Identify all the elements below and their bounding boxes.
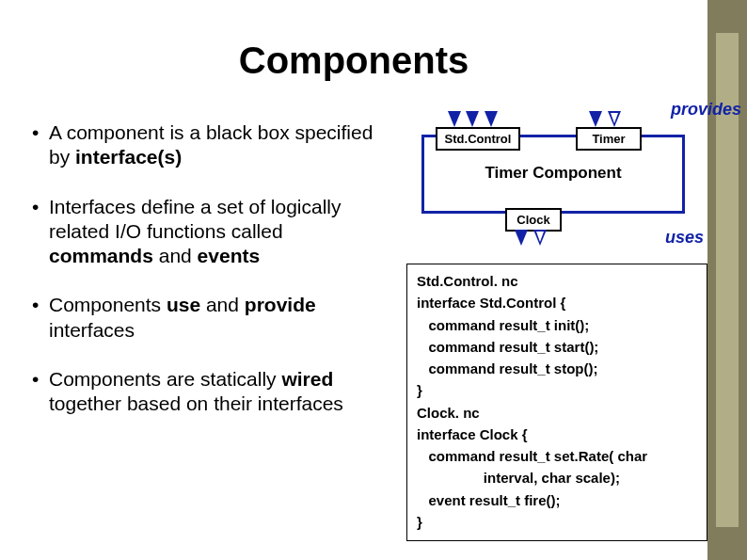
code-line: interval, char scale); [417, 467, 697, 488]
bullet-text: Interfaces define a set of logically rel… [49, 196, 342, 242]
bullet-text: Components are statically [49, 368, 281, 390]
arrow-down-icon [466, 111, 479, 127]
bullet-item: A component is a black box specified by … [32, 120, 388, 170]
bullet-item: Components use and provide interfaces [32, 293, 388, 343]
code-line: } [417, 511, 697, 533]
arrows-clock [515, 230, 548, 249]
code-line: Clock. nc [417, 402, 697, 424]
bullet-bold: interface(s) [75, 146, 182, 168]
interface-clock: Clock [505, 208, 562, 232]
bullet-text: Components [49, 294, 167, 315]
arrow-down-icon [448, 111, 461, 127]
uses-label: uses [665, 228, 704, 248]
code-line: interface Std.Control { [417, 292, 697, 313]
bullet-text: and [200, 294, 245, 315]
bullet-item: Interfaces define a set of logically rel… [32, 195, 388, 269]
side-accent-bar [707, 0, 747, 560]
code-line: command result_t start(); [417, 336, 697, 358]
code-line: interface Clock { [417, 424, 697, 445]
code-line: command result_t set.Rate( char [417, 445, 697, 467]
arrow-down-icon [485, 111, 498, 127]
code-line: command result_t init(); [417, 314, 697, 336]
bullet-bold: commands [49, 245, 153, 266]
bullet-bold: events [198, 245, 261, 266]
bullet-text: and [153, 245, 198, 266]
bullet-item: Components are statically wired together… [32, 367, 388, 417]
bullet-text: interfaces [49, 319, 135, 341]
bullet-list: A component is a black box specified by … [32, 120, 388, 440]
arrow-down-icon [589, 111, 602, 127]
code-line: Std.Control. nc [417, 270, 697, 292]
interface-timer: Timer [576, 127, 642, 151]
bullet-bold: use [167, 294, 200, 315]
interface-stdcontrol: Std.Control [436, 127, 520, 151]
bullet-bold: provide [245, 294, 316, 315]
arrow-down-hollow-icon [608, 111, 621, 127]
bullet-bold: wired [281, 368, 333, 390]
arrow-down-hollow-icon [533, 230, 547, 246]
slide-title: Components [0, 40, 707, 82]
component-label: Timer Component [421, 164, 685, 183]
bullet-text: together based on their interfaces [49, 392, 343, 414]
code-line: event result_t fire(); [417, 489, 697, 511]
provides-label: provides [671, 100, 741, 120]
code-line: command result_t stop(); [417, 358, 697, 379]
arrow-down-icon [515, 230, 528, 246]
code-line: } [417, 379, 697, 401]
code-listing: Std.Control. nc interface Std.Control { … [406, 264, 707, 541]
